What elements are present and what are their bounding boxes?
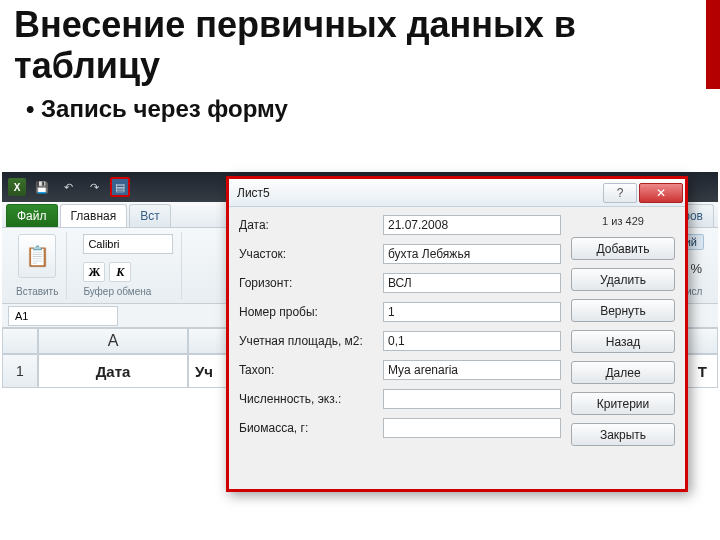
col-header-a[interactable]: A	[38, 328, 188, 354]
data-form-dialog: Лист5 ? ✕ Дата:21.07.2008 Участок:бухта …	[226, 176, 688, 492]
help-icon[interactable]: ?	[603, 183, 637, 203]
font-group: Calibri Ж К Буфер обмена	[75, 232, 182, 299]
slide-bullet: Запись через форму	[0, 89, 720, 133]
input-count[interactable]	[383, 389, 561, 409]
tab-file[interactable]: Файл	[6, 204, 58, 227]
header-cell-date[interactable]: Дата	[38, 354, 188, 388]
input-biomass[interactable]	[383, 418, 561, 438]
label-horizon: Горизонт:	[239, 276, 383, 290]
redo-icon[interactable]: ↷	[84, 177, 104, 197]
dialog-titlebar[interactable]: Лист5 ? ✕	[229, 179, 685, 207]
prev-button[interactable]: Назад	[571, 330, 675, 353]
excel-icon: X	[8, 178, 26, 196]
input-date[interactable]: 21.07.2008	[383, 215, 561, 235]
font-select[interactable]: Calibri	[83, 234, 173, 254]
form-button-icon[interactable]: ▤	[110, 177, 130, 197]
label-sample: Номер пробы:	[239, 305, 383, 319]
label-site: Участок:	[239, 247, 383, 261]
row-header-1[interactable]: 1	[2, 354, 38, 388]
next-button[interactable]: Далее	[571, 361, 675, 384]
undo-icon[interactable]: ↶	[58, 177, 78, 197]
label-biomass: Биомасса, г:	[239, 421, 383, 435]
input-area[interactable]: 0,1	[383, 331, 561, 351]
clipboard-group-label: Буфер обмена	[83, 286, 151, 297]
clipboard-group: 📋 Вставить	[8, 232, 67, 299]
tab-insert[interactable]: Вст	[129, 204, 171, 227]
dialog-fields: Дата:21.07.2008 Участок:бухта Лебяжья Го…	[239, 215, 561, 446]
close-button[interactable]: Закрыть	[571, 423, 675, 446]
input-sample[interactable]: 1	[383, 302, 561, 322]
input-horizon[interactable]: ВСЛ	[383, 273, 561, 293]
save-icon[interactable]: 💾	[32, 177, 52, 197]
tab-home[interactable]: Главная	[60, 204, 128, 227]
dialog-buttons: 1 из 429 Добавить Удалить Вернуть Назад …	[571, 215, 675, 446]
percent-label: %	[690, 261, 702, 276]
name-box[interactable]: A1	[8, 306, 118, 326]
delete-button[interactable]: Удалить	[571, 268, 675, 291]
criteria-button[interactable]: Критерии	[571, 392, 675, 415]
dialog-title: Лист5	[237, 186, 601, 200]
paste-label: Вставить	[16, 286, 58, 297]
input-site[interactable]: бухта Лебяжья	[383, 244, 561, 264]
restore-button[interactable]: Вернуть	[571, 299, 675, 322]
select-all-corner[interactable]	[2, 328, 38, 354]
italic-button[interactable]: К	[109, 262, 131, 282]
record-counter: 1 из 429	[571, 215, 675, 227]
label-date: Дата:	[239, 218, 383, 232]
slide-title: Внесение первичных данных в таблицу	[0, 0, 720, 89]
close-icon[interactable]: ✕	[639, 183, 683, 203]
paste-button[interactable]: 📋	[18, 234, 56, 278]
input-taxon[interactable]: Mya arenaria	[383, 360, 561, 380]
label-area: Учетная площадь, м2:	[239, 334, 383, 348]
label-taxon: Taxon:	[239, 363, 383, 377]
bold-button[interactable]: Ж	[83, 262, 105, 282]
label-count: Численность, экз.:	[239, 392, 383, 406]
add-button[interactable]: Добавить	[571, 237, 675, 260]
